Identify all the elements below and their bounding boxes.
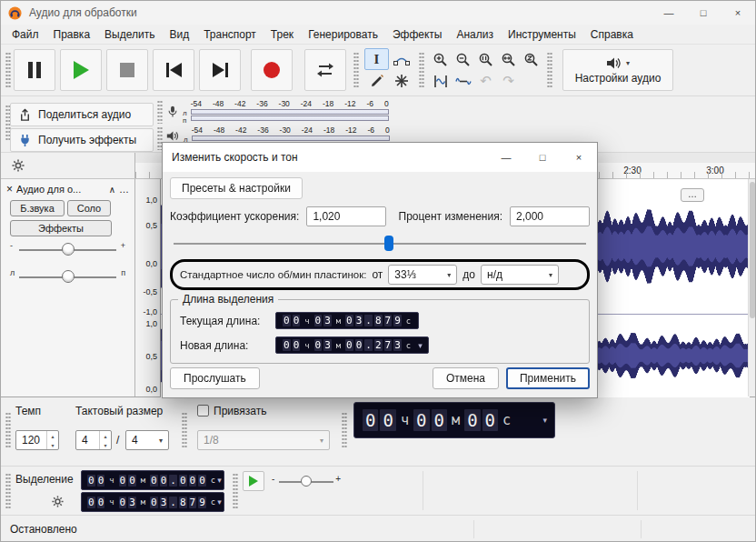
snap-checkbox[interactable] <box>197 405 209 417</box>
menu-item-edit[interactable]: Правка <box>46 26 98 43</box>
toolbar-grip[interactable] <box>419 52 424 88</box>
menu-item-view[interactable]: Вид <box>162 26 196 43</box>
current-length-display[interactable]: 00ч03м03.879с <box>275 312 419 329</box>
preview-button[interactable]: Прослушать <box>170 367 260 389</box>
track-overflow-button[interactable]: … <box>681 188 704 202</box>
skip-to-end-button[interactable] <box>199 49 241 91</box>
selection-settings-button[interactable] <box>48 492 66 510</box>
undo-button[interactable]: ↶ <box>474 70 497 92</box>
new-length-display[interactable]: 00ч03м00.273с▾ <box>275 336 429 354</box>
dialog-close-button[interactable]: × <box>561 143 597 172</box>
scrollbar-thumb[interactable] <box>750 182 755 318</box>
get-effects-button[interactable]: Получить эффекты <box>10 128 154 152</box>
ruler-label: 0,0 <box>145 385 157 394</box>
menu-item-track[interactable]: Трек <box>264 26 301 43</box>
recording-meter[interactable]: лп -54-48-42-36-30-24-18-12-60 <box>157 99 389 125</box>
vertical-scrollbar[interactable] <box>748 179 755 396</box>
rpm-to-select[interactable]: н/д▾ <box>481 265 559 285</box>
menu-item-help[interactable]: Справка <box>583 26 641 43</box>
share-audio-button[interactable]: Поделиться аудио <box>10 103 154 126</box>
toolbar-grip[interactable] <box>5 52 11 88</box>
dialog-title-bar: Изменить скорость и тон — □ × <box>163 143 597 172</box>
track-menu-button[interactable]: … <box>119 184 129 195</box>
percent-change-field[interactable]: 2,000 <box>510 206 590 226</box>
solo-button[interactable]: Соло <box>67 200 111 216</box>
trim-audio-button[interactable] <box>429 70 452 92</box>
toolbar-grip[interactable] <box>353 52 359 88</box>
toolbar-grip[interactable] <box>342 412 347 448</box>
pause-button[interactable] <box>14 49 55 91</box>
mute-button[interactable]: Б.звука <box>10 200 65 216</box>
time-signature-lower-select[interactable]: 4▾ <box>125 430 169 450</box>
toolbar-grip[interactable] <box>547 52 552 88</box>
spinner-down-icon[interactable]: ▾ <box>47 440 58 449</box>
toolbar-grip[interactable] <box>182 412 187 448</box>
pan-slider-thumb[interactable] <box>62 270 75 283</box>
play-at-speed-button[interactable] <box>243 471 264 491</box>
track-close-button[interactable]: × <box>6 183 13 196</box>
toolbar-grip[interactable] <box>5 473 11 509</box>
audio-settings-button[interactable]: ▾ Настройки аудио <box>562 49 673 91</box>
envelope-tool-button[interactable] <box>389 48 413 70</box>
redo-button[interactable]: ↷ <box>497 70 520 92</box>
speed-slider-thumb[interactable] <box>301 476 312 487</box>
presets-settings-button[interactable]: Пресеты & настройки <box>170 177 303 199</box>
selection-length-group: Длина выделения Текущая длина: 00ч03м03.… <box>170 299 590 364</box>
zoom-out-button[interactable] <box>452 48 474 70</box>
skip-to-start-button[interactable] <box>153 49 194 91</box>
selection-end-field[interactable]: 00ч03м03.879с▾ <box>81 492 224 512</box>
speed-multiplier-field[interactable]: 1,020 <box>306 206 386 226</box>
menu-bar: Файл Правка Выделить Вид Транспорт Трек … <box>1 25 755 45</box>
menu-item-file[interactable]: Файл <box>5 26 46 43</box>
pan-slider[interactable]: лп <box>10 267 125 291</box>
zoom-selection-button[interactable] <box>474 48 497 70</box>
speed-slider-thumb[interactable] <box>384 236 393 251</box>
multi-tool-button[interactable] <box>389 70 413 92</box>
speed-slider[interactable] <box>174 236 586 252</box>
record-button[interactable] <box>251 49 293 91</box>
zoom-project-button[interactable] <box>497 48 520 70</box>
close-button[interactable]: × <box>721 1 755 25</box>
track-name[interactable]: Аудио для о... <box>16 184 105 195</box>
chevron-down-icon[interactable]: ▾ <box>542 416 547 425</box>
play-button[interactable] <box>60 49 102 91</box>
volume-slider[interactable]: -+ <box>10 240 125 264</box>
menu-item-generate[interactable]: Генерировать <box>301 26 385 43</box>
zoom-in-button[interactable] <box>429 48 452 70</box>
track-collapse-button[interactable]: ∧ <box>109 185 115 195</box>
menu-item-analyze[interactable]: Анализ <box>449 26 501 43</box>
apply-button[interactable]: Применить <box>506 367 590 389</box>
toolbar-grip[interactable] <box>233 473 238 509</box>
dialog-minimize-button[interactable]: — <box>488 143 524 172</box>
menu-item-effects[interactable]: Эффекты <box>385 26 450 43</box>
tempo-input[interactable]: 120 ▴▾ <box>15 430 59 450</box>
stop-button[interactable] <box>106 49 148 91</box>
rpm-from-select[interactable]: 33⅓▾ <box>388 265 457 285</box>
zoom-toggle-button[interactable] <box>520 48 542 70</box>
minimize-button[interactable]: — <box>652 1 686 25</box>
maximize-button[interactable]: □ <box>686 1 721 25</box>
main-time-display[interactable]: 00ч00м00с ▾ <box>353 402 555 438</box>
track-effects-button[interactable]: Эффекты <box>10 220 112 236</box>
loop-button[interactable] <box>304 49 346 91</box>
cancel-button[interactable]: Отмена <box>433 367 499 389</box>
gear-icon[interactable] <box>12 159 25 172</box>
spinner-up-icon[interactable]: ▴ <box>47 431 58 440</box>
audio-settings-label: Настройки аудио <box>575 72 662 85</box>
selection-start-field[interactable]: 00ч00м00.000с▾ <box>81 470 224 490</box>
snap-mode-select[interactable]: 1/8▾ <box>197 430 330 450</box>
menu-item-transport[interactable]: Транспорт <box>196 26 264 43</box>
toolbar-grip[interactable] <box>5 412 11 448</box>
volume-slider-thumb[interactable] <box>62 243 75 256</box>
menu-item-select[interactable]: Выделить <box>97 26 162 43</box>
menu-item-tools[interactable]: Инструменты <box>501 26 583 43</box>
silence-audio-button[interactable] <box>452 70 474 92</box>
dialog-maximize-button[interactable]: □ <box>524 143 561 172</box>
silence-audio-icon <box>455 75 472 88</box>
playback-speed-slider[interactable]: - + <box>272 474 341 492</box>
draw-tool-button[interactable] <box>364 70 389 92</box>
toolbar-grip[interactable] <box>157 100 163 124</box>
selection-tool-button[interactable]: I <box>364 48 389 70</box>
time-signature-upper-input[interactable]: 4 ▴▾ <box>75 430 112 450</box>
zoom-selection-icon <box>478 52 493 67</box>
